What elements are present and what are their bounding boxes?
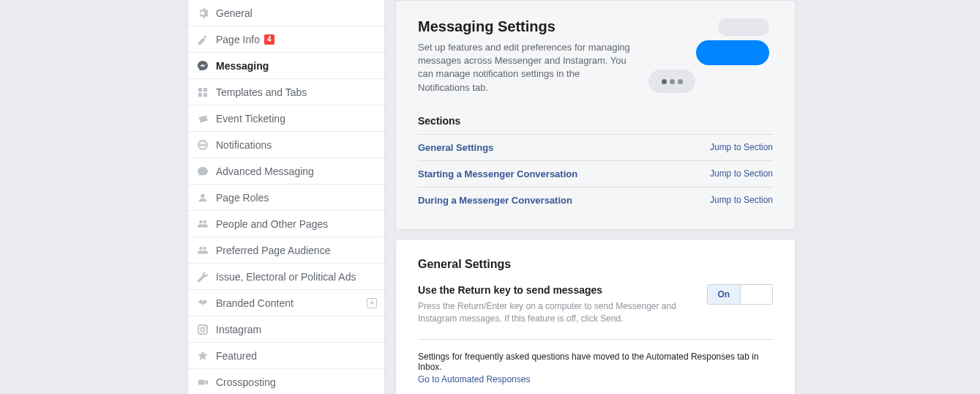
chat-bubble-typing bbox=[648, 70, 695, 93]
sidebar-item-people-pages[interactable]: People and Other Pages bbox=[188, 211, 384, 237]
messenger-icon bbox=[197, 60, 209, 72]
sidebar-item-label: Issue, Electoral or Political Ads bbox=[216, 271, 356, 283]
sidebar-item-page-roles[interactable]: Page Roles bbox=[188, 185, 384, 211]
return-key-description: Press the Return/Enter key on a computer… bbox=[418, 300, 681, 325]
automated-responses-link[interactable]: Go to Automated Responses bbox=[418, 374, 773, 384]
toggle-off bbox=[741, 285, 773, 304]
ticket-icon bbox=[197, 113, 209, 124]
star-icon bbox=[197, 350, 209, 362]
settings-sidebar: General Page Info 4 Messaging Templates … bbox=[187, 0, 385, 394]
person-icon bbox=[197, 192, 209, 204]
sidebar-item-event-ticketing[interactable]: Event Ticketing bbox=[188, 105, 384, 132]
people-icon bbox=[197, 218, 209, 230]
chat-icon bbox=[197, 166, 209, 177]
notification-badge: 4 bbox=[264, 34, 274, 45]
sidebar-item-label: Instagram bbox=[216, 324, 261, 335]
section-row-starting: Starting a Messenger Conversation Jump t… bbox=[418, 160, 773, 187]
add-icon[interactable]: + bbox=[367, 298, 377, 308]
sidebar-item-label: Event Ticketing bbox=[216, 113, 285, 124]
sidebar-item-label: People and Other Pages bbox=[216, 218, 328, 230]
messaging-header-card: Messaging Settings Set up features and e… bbox=[395, 0, 796, 230]
sidebar-item-label: General bbox=[216, 7, 253, 19]
sidebar-item-label: Advanced Messaging bbox=[216, 166, 314, 177]
video-icon bbox=[197, 376, 209, 388]
sidebar-item-instagram[interactable]: Instagram bbox=[188, 316, 384, 343]
grid-icon bbox=[197, 86, 209, 98]
moved-text: Settings for frequently asked questions … bbox=[418, 352, 759, 372]
sidebar-item-label: Crossposting bbox=[216, 376, 276, 388]
sidebar-item-branded-content[interactable]: Branded Content + bbox=[188, 290, 384, 316]
sidebar-item-templates[interactable]: Templates and Tabs bbox=[188, 79, 384, 105]
general-settings-title: General Settings bbox=[418, 258, 773, 271]
globe-icon bbox=[197, 139, 209, 151]
section-name[interactable]: During a Messenger Conversation bbox=[418, 195, 572, 206]
sidebar-item-label: Page Info bbox=[216, 34, 260, 45]
toggle-on: On bbox=[708, 285, 741, 304]
sections-heading: Sections bbox=[418, 108, 773, 134]
sidebar-item-featured[interactable]: Featured bbox=[188, 343, 384, 369]
jump-link[interactable]: Jump to Section bbox=[710, 195, 773, 205]
general-settings-card: General Settings Use the Return key to s… bbox=[395, 240, 796, 394]
section-name[interactable]: General Settings bbox=[418, 142, 493, 153]
return-key-toggle[interactable]: On bbox=[707, 284, 773, 305]
moved-settings-notice: Settings for frequently asked questions … bbox=[418, 339, 773, 384]
sidebar-item-crossposting[interactable]: Crossposting bbox=[188, 369, 384, 394]
sidebar-item-label: Branded Content bbox=[216, 297, 293, 309]
sidebar-item-notifications[interactable]: Notifications bbox=[188, 132, 384, 158]
sidebar-item-general[interactable]: General bbox=[188, 0, 384, 26]
sidebar-item-label: Preferred Page Audience bbox=[216, 245, 330, 256]
page-description: Set up features and edit preferences for… bbox=[418, 41, 630, 94]
chat-illustration bbox=[645, 18, 769, 94]
main-content: Messaging Settings Set up features and e… bbox=[395, 0, 796, 394]
sidebar-item-label: Page Roles bbox=[216, 192, 269, 204]
page-title: Messaging Settings bbox=[418, 18, 630, 35]
chat-bubble-grey bbox=[718, 18, 769, 36]
sidebar-item-messaging[interactable]: Messaging bbox=[188, 53, 384, 79]
sidebar-item-label: Notifications bbox=[216, 139, 272, 151]
sidebar-item-advanced-messaging[interactable]: Advanced Messaging bbox=[188, 158, 384, 185]
section-name[interactable]: Starting a Messenger Conversation bbox=[418, 168, 577, 179]
pencil-icon bbox=[197, 34, 209, 45]
chat-bubble-blue bbox=[696, 40, 769, 65]
sidebar-item-label: Templates and Tabs bbox=[216, 86, 307, 98]
sidebar-item-preferred-audience[interactable]: Preferred Page Audience bbox=[188, 237, 384, 264]
handshake-icon bbox=[197, 297, 209, 309]
section-row-general: General Settings Jump to Section bbox=[418, 134, 773, 160]
audience-icon bbox=[197, 245, 209, 256]
sidebar-item-page-info[interactable]: Page Info 4 bbox=[188, 26, 384, 53]
sidebar-item-political-ads[interactable]: Issue, Electoral or Political Ads bbox=[188, 264, 384, 290]
gear-icon bbox=[197, 7, 209, 19]
return-key-title: Use the Return key to send messages bbox=[418, 284, 681, 296]
jump-link[interactable]: Jump to Section bbox=[710, 142, 773, 152]
sidebar-item-label: Messaging bbox=[216, 60, 269, 72]
wrench-icon bbox=[197, 271, 209, 283]
instagram-icon bbox=[197, 324, 209, 335]
jump-link[interactable]: Jump to Section bbox=[710, 168, 773, 179]
sidebar-item-label: Featured bbox=[216, 350, 257, 362]
section-row-during: During a Messenger Conversation Jump to … bbox=[418, 187, 773, 213]
